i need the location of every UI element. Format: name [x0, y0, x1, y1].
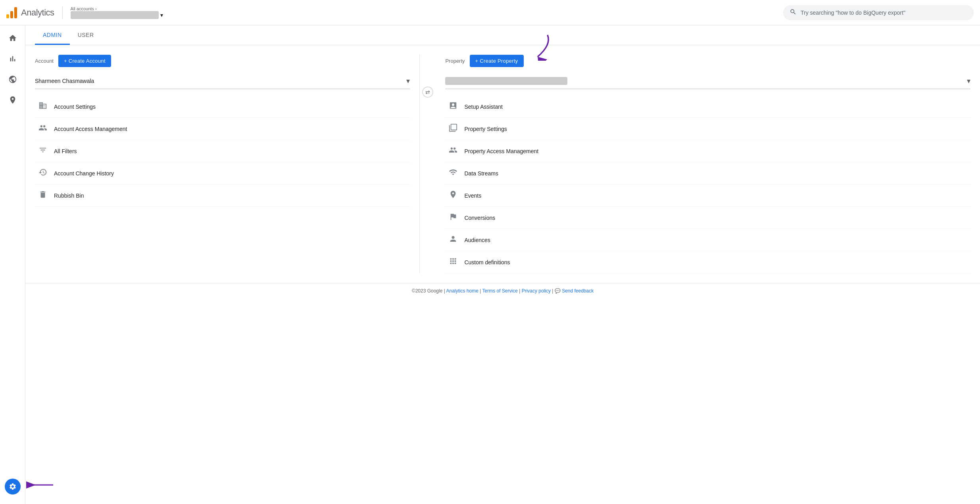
sidebar-item-explore[interactable]	[3, 70, 22, 89]
rubbish-bin-label: Rubbish Bin	[54, 192, 84, 199]
property-selector[interactable]: ██████████.com - GA4 ▾	[71, 11, 163, 19]
create-property-arrow-container: + Create Property	[470, 55, 524, 67]
sidebar-item-reports[interactable]	[3, 49, 22, 68]
account-name-text: Sharmeen Chasmawala	[35, 78, 94, 84]
sidebar-bottom	[5, 479, 21, 501]
app-name: Analytics	[21, 8, 54, 18]
menu-item-property-settings[interactable]: Property Settings	[445, 118, 970, 140]
settings-arrow-wrapper	[5, 479, 21, 494]
menu-item-audiences[interactable]: Audiences	[445, 229, 970, 251]
footer-privacy[interactable]: Privacy policy	[522, 288, 551, 294]
footer-copyright: ©2023 Google	[412, 288, 443, 294]
header-divider	[62, 6, 63, 19]
search-bar[interactable]: Try searching "how to do BigQuery export…	[783, 5, 974, 20]
property-settings-label: Property Settings	[464, 126, 507, 132]
account-chevron-icon: ▾	[406, 77, 410, 85]
property-chevron-icon: ▾	[967, 77, 970, 85]
tab-admin[interactable]: ADMIN	[35, 25, 70, 45]
account-access-label: Account Access Management	[54, 126, 127, 132]
settings-button[interactable]	[5, 479, 21, 494]
property-name-blurred-text: ████████████ ██ ███ ██████	[445, 77, 567, 85]
menu-item-conversions[interactable]: Conversions	[445, 207, 970, 229]
custom-definitions-icon	[448, 257, 458, 267]
page-footer: ©2023 Google | Analytics home | Terms of…	[25, 283, 980, 298]
events-label: Events	[464, 192, 481, 199]
account-section-header: Account + Create Account	[35, 55, 410, 67]
sidebar	[0, 25, 25, 504]
section-divider-col: ⇄	[420, 55, 436, 273]
trash-icon	[38, 190, 48, 201]
data-streams-icon	[448, 168, 458, 179]
logo-bars-icon	[6, 7, 17, 18]
audiences-icon	[448, 235, 458, 245]
account-selector-dropdown[interactable]: Sharmeen Chasmawala ▾	[35, 73, 410, 89]
setup-assistant-label: Setup Assistant	[464, 104, 503, 110]
property-dropdown-icon: ▾	[160, 12, 163, 18]
all-filters-label: All Filters	[54, 148, 77, 154]
account-access-icon	[38, 123, 48, 134]
admin-body: Account + Create Account Sharmeen Chasma…	[25, 45, 980, 283]
account-change-history-label: Account Change History	[54, 170, 114, 177]
footer-analytics-home[interactable]: Analytics home	[446, 288, 478, 294]
menu-item-property-access-management[interactable]: Property Access Management	[445, 140, 970, 162]
create-property-button[interactable]: + Create Property	[470, 55, 524, 67]
menu-item-account-change-history[interactable]: Account Change History	[35, 162, 410, 185]
sidebar-item-home[interactable]	[3, 29, 22, 48]
footer-terms[interactable]: Terms of Service	[482, 288, 517, 294]
create-account-button[interactable]: + Create Account	[58, 55, 111, 67]
sidebar-item-advertising[interactable]	[3, 90, 22, 110]
property-access-label: Property Access Management	[464, 148, 538, 154]
search-placeholder-text: Try searching "how to do BigQuery export…	[801, 10, 905, 16]
setup-assistant-icon	[448, 101, 458, 112]
filters-icon	[38, 146, 48, 156]
property-section: Property + Create Property	[436, 55, 980, 273]
account-label: Account	[35, 58, 54, 64]
search-icon	[790, 8, 797, 17]
divider-circle-button[interactable]: ⇄	[422, 87, 433, 98]
app-logo[interactable]: Analytics	[6, 7, 54, 18]
all-accounts-link[interactable]: All accounts ›	[71, 6, 163, 11]
property-section-header: Property + Create Property	[445, 55, 970, 67]
menu-item-events[interactable]: Events	[445, 185, 970, 207]
property-settings-icon	[448, 123, 458, 134]
menu-item-setup-assistant[interactable]: Setup Assistant	[445, 96, 970, 118]
audiences-label: Audiences	[464, 237, 490, 243]
account-settings-icon	[38, 101, 48, 112]
menu-item-all-filters[interactable]: All Filters	[35, 140, 410, 162]
app-header: Analytics All accounts › ██████████.com …	[0, 0, 980, 25]
account-settings-label: Account Settings	[54, 104, 96, 110]
data-streams-label: Data Streams	[464, 170, 498, 177]
menu-item-custom-definitions[interactable]: Custom definitions	[445, 251, 970, 273]
property-name-blurred: ██████████.com - GA4	[71, 11, 159, 19]
admin-tabs: ADMIN USER	[25, 25, 980, 45]
menu-item-account-access-management[interactable]: Account Access Management	[35, 118, 410, 140]
property-access-icon	[448, 146, 458, 156]
custom-definitions-label: Custom definitions	[464, 259, 510, 265]
main-layout: ADMIN USER Account + Create Account Shar…	[0, 25, 980, 504]
tab-user[interactable]: USER	[70, 25, 102, 45]
events-icon	[448, 190, 458, 201]
footer-feedback-icon: 💬	[555, 288, 562, 294]
menu-item-account-settings[interactable]: Account Settings	[35, 96, 410, 118]
history-icon	[38, 168, 48, 179]
account-breadcrumb[interactable]: All accounts › ██████████.com - GA4 ▾	[71, 6, 163, 19]
footer-feedback[interactable]: Send feedback	[562, 288, 594, 294]
menu-item-rubbish-bin[interactable]: Rubbish Bin	[35, 185, 410, 207]
property-label: Property	[445, 58, 465, 64]
main-content: ADMIN USER Account + Create Account Shar…	[25, 25, 980, 504]
conversions-label: Conversions	[464, 215, 495, 221]
menu-item-data-streams[interactable]: Data Streams	[445, 162, 970, 185]
conversions-icon	[448, 212, 458, 223]
account-section: Account + Create Account Sharmeen Chasma…	[25, 55, 420, 273]
property-selector-dropdown[interactable]: ████████████ ██ ███ ██████ ▾	[445, 73, 970, 89]
